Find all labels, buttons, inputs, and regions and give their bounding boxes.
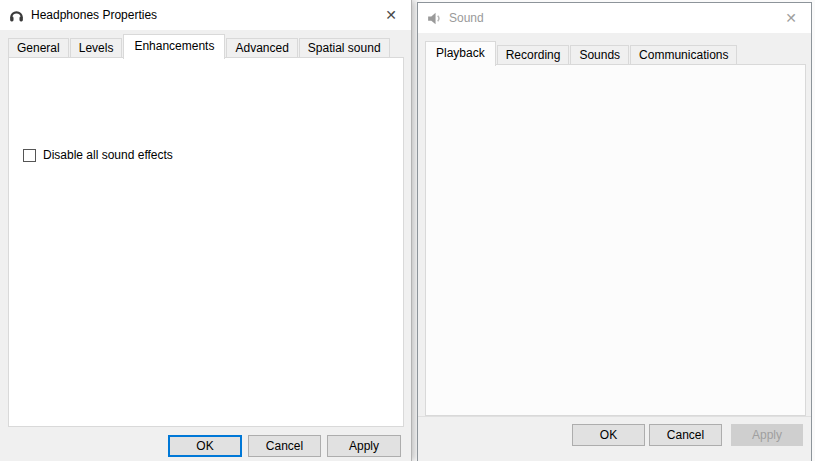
tab-levels[interactable]: Levels	[70, 38, 123, 58]
headphones-properties-dialog: Headphones Properties ✕ General Levels E…	[0, 0, 412, 461]
tab-playback[interactable]: Playback	[425, 41, 496, 66]
right-apply-button[interactable]: Apply	[731, 424, 803, 446]
sound-tabs: Playback Recording Sounds Communications	[425, 40, 738, 65]
tab-communications[interactable]: Communications	[630, 45, 737, 65]
sound-dialog: Sound ✕ Playback Recording Sounds Commun…	[417, 2, 812, 461]
enhancements-tab-panel: Disable all sound effects	[8, 57, 404, 427]
left-titlebar: Headphones Properties ✕	[0, 0, 411, 30]
properties-tabs: General Levels Enhancements Advanced Spa…	[8, 33, 391, 58]
speaker-titlebar-icon	[426, 10, 443, 27]
tab-advanced[interactable]: Advanced	[226, 38, 297, 58]
right-cancel-button[interactable]: Cancel	[649, 424, 722, 446]
right-ok-button[interactable]: OK	[572, 424, 645, 446]
disable-effects-label: Disable all sound effects	[43, 148, 173, 162]
right-dialog-title: Sound	[449, 11, 484, 25]
left-cancel-button[interactable]: Cancel	[248, 435, 321, 457]
left-dialog-title: Headphones Properties	[31, 8, 157, 22]
tab-recording[interactable]: Recording	[497, 45, 570, 65]
tab-spatial-sound[interactable]: Spatial sound	[299, 38, 390, 58]
right-titlebar: Sound ✕	[418, 3, 811, 33]
left-ok-button[interactable]: OK	[168, 435, 242, 457]
tab-enhancements[interactable]: Enhancements	[123, 34, 225, 59]
disable-effects-row: Disable all sound effects	[23, 148, 173, 162]
screen: Headphones Properties ✕ General Levels E…	[0, 0, 815, 461]
left-apply-button[interactable]: Apply	[327, 435, 401, 457]
playback-tab-panel	[425, 64, 806, 416]
tab-sounds[interactable]: Sounds	[570, 45, 629, 65]
tab-general[interactable]: General	[8, 38, 69, 58]
disable-effects-checkbox[interactable]	[23, 149, 36, 162]
headphones-titlebar-icon	[8, 7, 25, 24]
right-close-icon[interactable]: ✕	[781, 8, 801, 28]
left-close-icon[interactable]: ✕	[381, 5, 401, 25]
